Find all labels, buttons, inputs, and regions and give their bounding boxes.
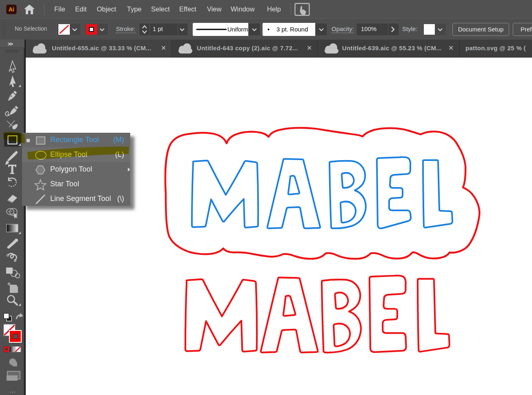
svg-text:>>: >> [8,41,13,47]
